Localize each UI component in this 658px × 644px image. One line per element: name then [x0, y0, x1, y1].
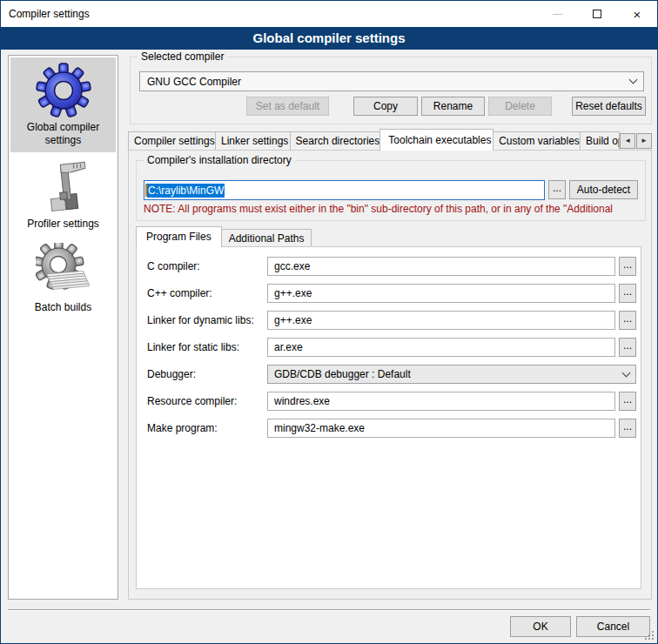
- tab-scroll-left-icon[interactable]: ◄: [620, 133, 635, 149]
- browse-directory-button[interactable]: ...: [548, 180, 566, 199]
- chevron-down-icon: [622, 368, 631, 377]
- compiler-buttons-row: Set as default Copy Rename Delete Reset …: [131, 97, 651, 116]
- c-compiler-row: C compiler: gcc.exe ...: [147, 257, 641, 276]
- settings-category-list: Global compiler settings Profiler settin…: [8, 55, 118, 600]
- dynamic-linker-row: Linker for dynamic libs: g++.exe ...: [147, 311, 641, 330]
- program-files-tab-bar: Program Files Additional Paths: [136, 226, 311, 247]
- browse-resource-compiler-button[interactable]: ...: [619, 392, 636, 411]
- make-program-input[interactable]: mingw32-make.exe: [267, 419, 615, 438]
- tab-linker-settings[interactable]: Linker settings: [215, 131, 291, 151]
- field-value: ar.exe: [274, 341, 303, 353]
- field-label: Make program:: [147, 422, 267, 434]
- static-linker-input[interactable]: ar.exe: [267, 338, 615, 357]
- caliper-icon: [36, 159, 91, 215]
- tab-toolchain-executables[interactable]: Toolchain executables: [379, 129, 494, 151]
- field-label: Debugger:: [147, 368, 267, 380]
- blue-gear-icon: [36, 63, 91, 118]
- sidebar-item-label: Profiler settings: [12, 218, 114, 231]
- sidebar-item-profiler-settings[interactable]: Profiler settings: [10, 154, 116, 236]
- close-button[interactable]: ×: [617, 1, 657, 27]
- sidebar-item-label: Global compiler settings: [12, 121, 114, 147]
- group-label: Compiler's installation directory: [144, 154, 295, 166]
- bin-subdirectory-note: NOTE: All programs must exist either in …: [144, 203, 643, 215]
- toolchain-executables-panel: Compiler's installation directory C:\ray…: [128, 150, 652, 600]
- auto-detect-button[interactable]: Auto-detect: [569, 180, 638, 199]
- browse-dynamic-linker-button[interactable]: ...: [619, 311, 636, 330]
- maximize-icon: [593, 10, 601, 18]
- delete-button: Delete: [488, 97, 552, 116]
- reset-defaults-button[interactable]: Reset defaults: [572, 97, 646, 116]
- tab-custom-variables[interactable]: Custom variables: [493, 131, 581, 151]
- tab-build-options[interactable]: Build options: [580, 131, 620, 151]
- resource-compiler-row: Resource compiler: windres.exe ...: [147, 392, 641, 411]
- compiler-settings-dialog: Compiler settings × Global compiler sett…: [0, 0, 658, 644]
- maximize-button[interactable]: [577, 1, 617, 27]
- resource-compiler-input[interactable]: windres.exe: [267, 392, 615, 411]
- installation-directory-row: C:\raylib\MinGW ... Auto-detect: [144, 180, 638, 200]
- tab-additional-paths[interactable]: Additional Paths: [221, 229, 312, 247]
- field-value: mingw32-make.exe: [274, 422, 365, 434]
- cpp-compiler-input[interactable]: g++.exe: [267, 284, 615, 303]
- field-value: windres.exe: [274, 395, 330, 407]
- gray-gear-stack-icon: [36, 243, 91, 299]
- browse-c-compiler-button[interactable]: ...: [619, 257, 636, 276]
- cpp-compiler-row: C++ compiler: g++.exe ...: [147, 284, 641, 303]
- browse-static-linker-button[interactable]: ...: [619, 338, 636, 357]
- tab-search-directories[interactable]: Search directories: [290, 131, 381, 151]
- close-icon: ×: [634, 8, 641, 21]
- debugger-select-value: GDB/CDB debugger : Default: [274, 368, 623, 380]
- minimize-icon: [553, 14, 562, 15]
- sidebar-item-label: Batch builds: [12, 301, 114, 314]
- field-label: Linker for dynamic libs:: [147, 314, 267, 326]
- sidebar-item-batch-builds[interactable]: Batch builds: [10, 238, 116, 319]
- static-linker-row: Linker for static libs: ar.exe ...: [147, 338, 641, 357]
- dynamic-linker-input[interactable]: g++.exe: [267, 311, 615, 330]
- sidebar-item-global-compiler-settings[interactable]: Global compiler settings: [10, 57, 116, 152]
- field-value: gcc.exe: [274, 260, 310, 272]
- selected-compiler-group: Selected compiler GNU GCC Compiler Set a…: [130, 57, 652, 124]
- copy-button[interactable]: Copy: [353, 97, 418, 116]
- field-label: Linker for static libs:: [147, 341, 267, 353]
- tab-program-files[interactable]: Program Files: [136, 226, 222, 247]
- chevron-down-icon: [629, 76, 638, 84]
- tab-compiler-settings[interactable]: Compiler settings: [128, 131, 216, 151]
- group-label: Selected compiler: [138, 50, 227, 63]
- field-value: g++.exe: [274, 287, 312, 299]
- installation-directory-group: Compiler's installation directory C:\ray…: [136, 160, 646, 221]
- footer-divider: [8, 609, 650, 611]
- tab-scroll-right-icon[interactable]: ►: [636, 133, 652, 149]
- field-label: C compiler:: [147, 260, 267, 272]
- field-value: g++.exe: [274, 314, 312, 326]
- settings-tab-bar: Compiler settings Linker settings Search…: [128, 129, 652, 151]
- debugger-row: Debugger: GDB/CDB debugger : Default: [147, 365, 641, 384]
- installation-directory-input[interactable]: C:\raylib\MinGW: [144, 180, 545, 200]
- compiler-select-value: GNU GCC Compiler: [147, 76, 630, 88]
- window-title: Compiler settings: [1, 8, 90, 20]
- program-files-panel: C compiler: gcc.exe ... C++ compiler: g+…: [136, 246, 641, 589]
- compiler-select[interactable]: GNU GCC Compiler: [139, 71, 644, 91]
- set-as-default-button: Set as default: [246, 97, 329, 116]
- window-controls: ×: [537, 1, 657, 27]
- resize-grip[interactable]: [645, 631, 655, 641]
- browse-make-program-button[interactable]: ...: [619, 419, 636, 438]
- ok-button[interactable]: OK: [510, 616, 571, 637]
- page-title: Global compiler settings: [1, 27, 657, 50]
- debugger-select[interactable]: GDB/CDB debugger : Default: [267, 365, 636, 384]
- field-label: Resource compiler:: [147, 395, 267, 407]
- browse-cpp-compiler-button[interactable]: ...: [619, 284, 636, 303]
- make-program-row: Make program: mingw32-make.exe ...: [147, 419, 641, 438]
- installation-directory-value: C:\raylib\MinGW: [147, 184, 225, 198]
- minimize-button[interactable]: [537, 1, 577, 27]
- field-label: C++ compiler:: [147, 287, 267, 299]
- cancel-button[interactable]: Cancel: [576, 616, 650, 637]
- rename-button[interactable]: Rename: [421, 97, 485, 116]
- title-bar[interactable]: Compiler settings ×: [1, 1, 657, 27]
- c-compiler-input[interactable]: gcc.exe: [267, 257, 615, 276]
